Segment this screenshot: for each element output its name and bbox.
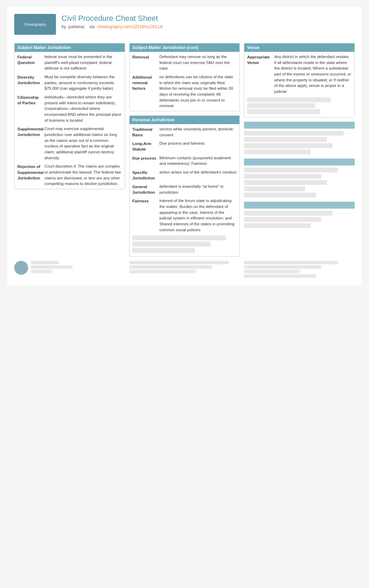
bs1-r4 [244, 150, 310, 154]
bs1-r3 [244, 143, 333, 148]
label-removal: Removal [132, 54, 157, 71]
section-smj: Subject Matter Jurisdiction Federal Ques… [14, 43, 125, 189]
bs3-r2 [244, 217, 321, 222]
blurred-section-2-header [244, 159, 355, 166]
blurred-line-1 [132, 235, 227, 240]
entry-additional-removal: Additional removal factors no defendants… [132, 74, 237, 109]
entry-federal-question: Federal Question federal issue must be p… [17, 54, 122, 71]
col2-wrapper: Subject Matter Jurisdiction (cont) Remov… [129, 43, 240, 257]
entry-removal: Removal Defendant may remove so long as … [132, 54, 237, 71]
entry-appropriate-venue: Appropriate Venue Any district in which … [247, 54, 352, 95]
section-pj-header: Personal Jurisdiction [130, 116, 240, 124]
byline: by parkeraz via cheatography.com/32519/c… [62, 24, 163, 29]
col3-wrapper: Venue Appropriate Venue Any district in … [244, 43, 355, 229]
col3-blurred-sections [244, 122, 355, 229]
entry-due-process: Due process Minimum contacts (purposeful… [132, 155, 237, 167]
bs3-r1 [244, 211, 333, 216]
label-rejection: Rejection of Supplemental Jurisdiction [17, 163, 42, 187]
bs2-r5 [244, 193, 316, 198]
entry-citizenship: Citizenship of Parties Individuals—domic… [17, 94, 122, 123]
logo: Cheatography [14, 14, 56, 35]
bs2-r3 [244, 180, 327, 185]
section-smj-body: Federal Question federal issue must be p… [15, 52, 125, 189]
label-specific-jur: Specific Jurisdiction [132, 169, 157, 181]
blurred-venue-2 [247, 103, 315, 108]
value-long-arm: Due process and fairness [159, 140, 237, 152]
author-name: parkeraz [68, 24, 85, 29]
section-pj: Personal Jurisdiction Traditional Basis … [129, 115, 240, 257]
ft2-r1 [129, 261, 229, 264]
site-link[interactable]: cheatography.com/32519/cs/20114/ [97, 24, 163, 29]
section-venue-header: Venue [244, 43, 354, 52]
value-general-jur: defendant is essentially "at home" in ju… [159, 184, 237, 195]
blurred-section-2 [244, 159, 355, 198]
ft3-r1 [244, 261, 338, 264]
value-removal: Defendant may remove so long as the fede… [159, 54, 237, 71]
ft1-r2 [31, 265, 73, 269]
blurred-pj-bottom [132, 235, 237, 253]
label-general-jur: General Jurisdiction [132, 184, 157, 195]
ft2-r3 [129, 270, 196, 273]
section-pj-body: Traditional Basis service while voluntar… [130, 124, 240, 256]
entry-rejection: Rejection of Supplemental Jurisdiction C… [17, 163, 122, 187]
label-due-process: Due process [132, 155, 157, 167]
blurred-section-1 [244, 122, 355, 154]
bs1-r2 [244, 137, 327, 142]
blurred-line-3 [132, 248, 195, 253]
value-due-process: Minimum contacts (purposeful availment a… [159, 155, 237, 167]
value-federal-question: federal issue must be presented in the p… [44, 54, 122, 71]
entry-supplemental: Supplemental Jurisdiction Court may exer… [17, 126, 122, 161]
entry-traditional: Traditional Basis service while voluntar… [132, 126, 237, 138]
footer-item-3 [244, 261, 355, 279]
value-fairness: Interest of the forum state in adjudicat… [159, 198, 237, 233]
byline-prefix: by [62, 24, 66, 29]
logo-text: Cheatography [24, 23, 46, 26]
section-smj-header: Subject Matter Jurisdiction [15, 43, 125, 52]
venue-blurred-sections [247, 97, 352, 114]
page: Cheatography Civil Procedure Cheat Sheet… [7, 7, 362, 286]
section-venue-body: Appropriate Venue Any district in which … [244, 52, 354, 117]
value-supplemental: Court may exercise supplemental jurisdic… [44, 126, 122, 161]
content-grid: Subject Matter Jurisdiction Federal Ques… [14, 43, 355, 257]
blurred-section-3 [244, 202, 355, 228]
bs2-r2 [244, 174, 321, 179]
bs2-r1 [244, 168, 338, 172]
value-traditional: service while voluntarily present; domic… [159, 126, 237, 138]
ft3-r3 [244, 270, 299, 273]
entry-specific-jur: Specific Jurisdiction action arises out … [132, 169, 237, 181]
section-smj-cont: Subject Matter Jurisdiction (cont) Remov… [129, 43, 240, 111]
value-citizenship: Individuals—domiciled where they are pre… [44, 94, 122, 123]
footer-avatar-1 [14, 261, 28, 275]
label-appropriate-venue: Appropriate Venue [247, 54, 271, 95]
footer-text-3 [244, 261, 355, 279]
bs2-r4 [244, 186, 305, 191]
blurred-line-2 [132, 242, 211, 247]
footer-text-2 [129, 261, 240, 274]
bs3-r3 [244, 223, 310, 228]
value-additional-removal: no defendants can be citizens of the sta… [159, 74, 237, 109]
section-venue: Venue Appropriate Venue Any district in … [244, 43, 355, 118]
ft1-r3 [31, 270, 52, 273]
ft1-r1 [31, 261, 59, 264]
value-rejection: Court discretion if: The claims are comp… [44, 163, 122, 187]
footer-text-1 [31, 261, 73, 274]
section-smj-cont-header: Subject Matter Jurisdiction (cont) [130, 43, 240, 52]
label-fairness: Fairness [132, 198, 157, 233]
value-appropriate-venue: Any district in which the defendant resi… [274, 54, 352, 95]
blurred-venue-3 [247, 109, 320, 114]
header-text: Civil Procedure Cheat Sheet by parkeraz … [62, 14, 163, 29]
label-citizenship: Citizenship of Parties [17, 94, 42, 123]
ft3-r4 [244, 274, 316, 278]
blurred-section-3-header [244, 202, 355, 209]
bs1-r1 [244, 131, 344, 136]
header: Cheatography Civil Procedure Cheat Sheet… [14, 14, 355, 35]
label-additional-removal: Additional removal factors [132, 74, 157, 109]
ft2-r2 [129, 265, 212, 269]
page-title: Civil Procedure Cheat Sheet [62, 14, 163, 23]
label-supplemental: Supplemental Jurisdiction [17, 126, 42, 161]
footer-item-2 [129, 261, 240, 279]
entry-long-arm: Long-Arm Statute Due process and fairnes… [132, 140, 237, 152]
entry-general-jur: General Jurisdiction defendant is essent… [132, 184, 237, 195]
value-specific-jur: action arises out of the defendant's con… [159, 169, 237, 181]
footer [14, 261, 355, 279]
